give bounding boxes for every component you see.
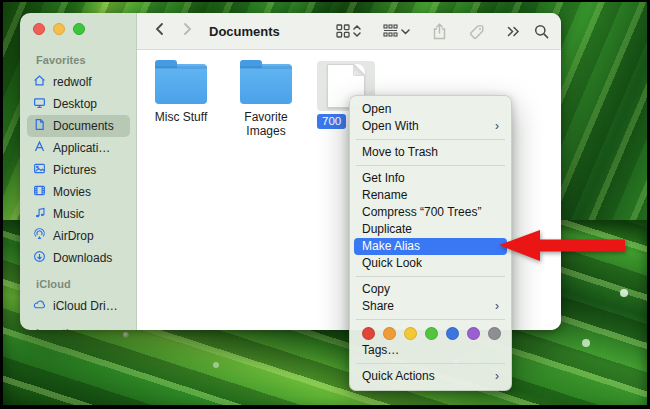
sidebar-item-label: Desktop bbox=[53, 97, 97, 111]
sidebar-item-music[interactable]: Music bbox=[27, 203, 130, 225]
sidebar-header-locations: Locations bbox=[36, 327, 136, 330]
forward-button[interactable] bbox=[177, 20, 197, 42]
tag-red[interactable] bbox=[362, 327, 375, 340]
sidebar-header-favorites: Favorites bbox=[36, 54, 136, 66]
menu-item-label: Quick Look bbox=[362, 255, 422, 272]
folder-item-favorite-images[interactable]: Favorite Images bbox=[224, 64, 308, 138]
close-button[interactable] bbox=[33, 23, 45, 35]
menu-separator bbox=[356, 139, 505, 140]
finder-sidebar: Favorites redwolf Desktop Documents Appl… bbox=[20, 13, 137, 330]
finder-toolbar: Documents bbox=[137, 13, 561, 50]
annotation-arrow bbox=[499, 230, 625, 265]
sidebar-item-label: Movies bbox=[53, 185, 91, 199]
sidebar-item-label: Downloads bbox=[53, 251, 112, 265]
sidebar-item-downloads[interactable]: Downloads bbox=[27, 247, 130, 269]
folder-icon bbox=[155, 64, 207, 104]
cloud-icon bbox=[33, 298, 46, 314]
tag-yellow[interactable] bbox=[404, 327, 417, 340]
search-icon bbox=[534, 19, 549, 43]
tag-purple[interactable] bbox=[467, 327, 480, 340]
menu-item-label: Get Info bbox=[362, 170, 405, 187]
traffic-lights bbox=[33, 23, 136, 35]
tag-green[interactable] bbox=[425, 327, 438, 340]
menu-item-label: Duplicate bbox=[362, 221, 412, 238]
submenu-chevron-icon: › bbox=[495, 118, 499, 135]
menu-item-open-with[interactable]: Open With › bbox=[354, 118, 507, 135]
chevron-left-icon bbox=[154, 22, 165, 40]
menu-item-label: Rename bbox=[362, 187, 407, 204]
tag-blue[interactable] bbox=[446, 327, 459, 340]
menu-item-get-info[interactable]: Get Info bbox=[354, 170, 507, 187]
menu-item-rename[interactable]: Rename bbox=[354, 187, 507, 204]
window-title: Documents bbox=[209, 24, 280, 39]
group-by-control[interactable] bbox=[383, 19, 410, 43]
menu-item-label: Open bbox=[362, 101, 391, 118]
minimize-button[interactable] bbox=[53, 23, 65, 35]
menu-item-compress[interactable]: Compress “700 Trees” bbox=[354, 204, 507, 221]
menu-item-quick-actions[interactable]: Quick Actions › bbox=[354, 368, 507, 385]
menu-item-move-to-trash[interactable]: Move to Trash bbox=[354, 144, 507, 161]
search-button[interactable] bbox=[534, 19, 549, 43]
folder-item-misc-stuff[interactable]: Misc Stuff bbox=[139, 64, 223, 124]
menu-separator bbox=[356, 165, 505, 166]
chevron-right-icon bbox=[182, 22, 193, 40]
sidebar-item-redwolf[interactable]: redwolf bbox=[27, 71, 130, 93]
screenshot-frame: Favorites redwolf Desktop Documents Appl… bbox=[0, 0, 650, 409]
tag-gray[interactable] bbox=[488, 327, 501, 340]
context-menu: Open Open With › Move to Trash Get Info … bbox=[349, 95, 512, 391]
desktop-icon bbox=[33, 96, 46, 112]
view-switcher[interactable] bbox=[336, 19, 361, 43]
applications-icon bbox=[33, 140, 46, 156]
zoom-button[interactable] bbox=[73, 23, 85, 35]
sidebar-item-movies[interactable]: Movies bbox=[27, 181, 130, 203]
sidebar-item-label: AirDrop bbox=[53, 229, 94, 243]
more-toolbar-items-button[interactable] bbox=[507, 19, 520, 43]
menu-separator bbox=[356, 363, 505, 364]
menu-item-copy[interactable]: Copy bbox=[354, 281, 507, 298]
menu-item-make-alias[interactable]: Make Alias bbox=[354, 238, 507, 255]
sidebar-item-documents[interactable]: Documents bbox=[27, 115, 130, 137]
menu-item-duplicate[interactable]: Duplicate bbox=[354, 221, 507, 238]
menu-item-share[interactable]: Share › bbox=[354, 298, 507, 315]
share-icon bbox=[432, 19, 447, 43]
airdrop-icon bbox=[33, 228, 46, 244]
sidebar-item-label: Music bbox=[53, 207, 84, 221]
sidebar-header-icloud: iCloud bbox=[36, 278, 136, 290]
menu-item-label: Quick Actions bbox=[362, 368, 435, 385]
sidebar-item-airdrop[interactable]: AirDrop bbox=[27, 225, 130, 247]
back-button[interactable] bbox=[149, 20, 169, 42]
folder-icon bbox=[240, 64, 292, 104]
group-by-icon bbox=[383, 19, 398, 43]
menu-item-tags[interactable]: Tags… bbox=[354, 342, 507, 359]
folder-label: Misc Stuff bbox=[155, 110, 207, 124]
chevrons-right-icon bbox=[507, 19, 520, 43]
downloads-icon bbox=[33, 250, 46, 266]
menu-item-label: Compress “700 Trees” bbox=[362, 204, 481, 221]
menu-item-label: Make Alias bbox=[362, 238, 420, 255]
document-icon bbox=[33, 118, 46, 134]
tag-orange[interactable] bbox=[383, 327, 396, 340]
submenu-chevron-icon: › bbox=[495, 368, 499, 385]
sidebar-item-label: redwolf bbox=[53, 75, 92, 89]
chevron-down-icon bbox=[401, 19, 410, 43]
menu-item-label: Open With bbox=[362, 118, 419, 135]
view-sort-chevrons-icon bbox=[353, 19, 361, 43]
menu-item-open[interactable]: Open bbox=[354, 101, 507, 118]
sidebar-item-applications[interactable]: Applicati… bbox=[27, 137, 130, 159]
tag-color-row bbox=[350, 324, 511, 342]
tags-button[interactable] bbox=[469, 19, 485, 43]
sidebar-item-pictures[interactable]: Pictures bbox=[27, 159, 130, 181]
sidebar-item-label: Documents bbox=[53, 119, 114, 133]
menu-separator bbox=[356, 276, 505, 277]
pictures-icon bbox=[33, 162, 46, 178]
file-name-label: 700 bbox=[317, 114, 346, 129]
menu-item-label: Copy bbox=[362, 281, 390, 298]
menu-item-quick-look[interactable]: Quick Look bbox=[354, 255, 507, 272]
sidebar-item-icloud-drive[interactable]: iCloud Dri… bbox=[27, 295, 130, 317]
menu-separator bbox=[356, 319, 505, 320]
home-icon bbox=[33, 74, 46, 90]
sidebar-item-label: Applicati… bbox=[53, 141, 110, 155]
sidebar-item-desktop[interactable]: Desktop bbox=[27, 93, 130, 115]
share-button[interactable] bbox=[432, 19, 447, 43]
grid-view-icon bbox=[336, 19, 350, 43]
